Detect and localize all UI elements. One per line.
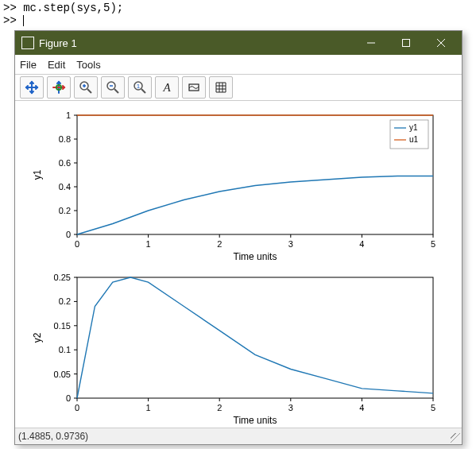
xtick-label: 2 xyxy=(217,239,222,249)
close-button[interactable] xyxy=(424,32,459,54)
plot-area[interactable]: 01234500.20.40.60.81Time unitsy1y1u10123… xyxy=(15,101,462,428)
menu-edit[interactable]: Edit xyxy=(48,59,65,71)
xtick-label: 0 xyxy=(75,239,79,249)
ylabel: y1 xyxy=(32,169,43,180)
minimize-button[interactable] xyxy=(354,32,389,54)
titlebar[interactable]: Figure 1 xyxy=(15,31,462,55)
xtick-label: 5 xyxy=(431,239,435,249)
svg-line-10 xyxy=(87,89,91,93)
legend-label: u1 xyxy=(409,135,419,144)
ytick-label: 0.8 xyxy=(59,134,71,144)
data-line xyxy=(77,176,433,235)
ytick-label: 0.25 xyxy=(54,273,71,282)
autoscale-button[interactable] xyxy=(182,76,206,99)
ytick-label: 0.4 xyxy=(59,182,71,192)
ytick-label: 0 xyxy=(66,230,71,239)
zoom-out-button[interactable] xyxy=(101,76,125,99)
figure-window: Figure 1 File Edit Tools xyxy=(14,30,462,445)
rotate-button[interactable] xyxy=(47,76,71,99)
menu-file[interactable]: File xyxy=(20,59,37,71)
ytick-label: 0.15 xyxy=(54,321,71,331)
svg-text:1: 1 xyxy=(137,83,141,90)
xtick-label: 5 xyxy=(431,403,435,412)
maximize-button[interactable] xyxy=(389,32,424,54)
text-cursor xyxy=(23,15,24,26)
menubar: File Edit Tools xyxy=(15,55,462,75)
console-line: >> mc.step(sys,5); xyxy=(3,2,473,14)
xtick-label: 0 xyxy=(75,403,79,412)
cursor-coords: (1.4885, 0.9736) xyxy=(18,431,88,442)
console[interactable]: >> mc.step(sys,5); >> xyxy=(0,0,476,29)
ytick-label: 1 xyxy=(66,110,71,120)
toolbar: 1 A xyxy=(15,75,462,101)
svg-rect-1 xyxy=(403,40,410,47)
xtick-label: 1 xyxy=(146,403,151,412)
xtick-label: 2 xyxy=(217,403,222,412)
pan-button[interactable] xyxy=(20,76,44,99)
menu-tools[interactable]: Tools xyxy=(76,59,100,71)
ytick-label: 0.05 xyxy=(54,370,71,379)
legend-label: y1 xyxy=(409,123,418,132)
statusbar: (1.4885, 0.9736) xyxy=(15,428,462,444)
xlabel: Time units xyxy=(234,415,277,426)
xtick-label: 1 xyxy=(146,239,151,249)
svg-line-17 xyxy=(141,89,145,93)
svg-text:A: A xyxy=(162,81,171,94)
xtick-label: 4 xyxy=(359,403,364,412)
data-line xyxy=(77,277,433,398)
zoom-in-button[interactable] xyxy=(74,76,98,99)
ytick-label: 0 xyxy=(66,393,71,403)
text-tool-button[interactable]: A xyxy=(155,76,179,99)
ytick-label: 0.1 xyxy=(59,345,71,354)
ylabel: y2 xyxy=(32,332,43,343)
grid-button[interactable] xyxy=(209,76,233,99)
ytick-label: 0.2 xyxy=(59,206,71,215)
window-title: Figure 1 xyxy=(39,37,354,49)
ytick-label: 0.6 xyxy=(59,158,71,168)
axes-box xyxy=(77,277,433,398)
app-icon xyxy=(21,37,34,49)
console-line: >> xyxy=(3,14,473,27)
axes-box xyxy=(77,115,433,234)
resize-grip[interactable] xyxy=(451,433,460,443)
svg-line-14 xyxy=(114,89,118,93)
xtick-label: 3 xyxy=(288,239,293,249)
xlabel: Time units xyxy=(234,251,277,262)
ytick-label: 0.2 xyxy=(59,296,71,306)
zoom-original-button[interactable]: 1 xyxy=(128,76,152,99)
xtick-label: 4 xyxy=(359,239,364,249)
xtick-label: 3 xyxy=(288,403,293,412)
